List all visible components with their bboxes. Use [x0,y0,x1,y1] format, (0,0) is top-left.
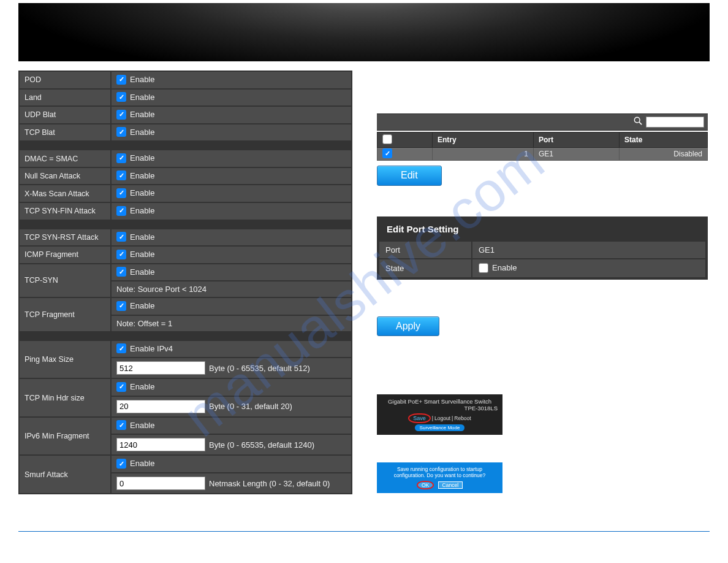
row-label: TCP Blat [20,124,110,141]
footer-divider [18,531,710,532]
checkbox[interactable] [116,153,126,163]
enable-text: Enable IPv4 [130,344,173,353]
row-label: TCP Fragment [20,298,110,331]
checkbox[interactable] [116,75,126,85]
ping-max-input[interactable] [116,361,205,375]
edit-port-panel: Edit Port Setting Port GE1 State Enable [377,216,708,280]
search-icon[interactable] [634,117,642,128]
enable-text: Enable [130,232,154,242]
state-enable-text: Enable [492,263,517,272]
hint-text: Byte (0 - 65535, default 512) [209,364,310,373]
checkbox[interactable] [116,206,126,216]
thumb-mode: Surveillance Mode [415,424,465,431]
enable-text: Enable [130,110,154,119]
dos-settings-table: PODEnable LandEnable UDP BlatEnable TCP … [18,71,352,494]
state-checkbox[interactable] [479,263,488,273]
search-row [377,113,708,131]
checkbox[interactable] [116,301,126,311]
thumb-reboot: Reboot [454,415,471,421]
enable-text: Enable [130,75,154,84]
state-label: State [379,259,471,277]
checkbox[interactable] [116,188,126,198]
row-label: TCP SYN-FIN Attack [20,203,110,220]
checkbox[interactable] [116,250,126,259]
enable-text: Enable [130,301,154,310]
port-label: Port [379,242,471,258]
col-entry: Entry [433,132,534,148]
enable-text: Enable [130,171,154,180]
search-input[interactable] [646,117,704,128]
checkbox[interactable] [116,127,126,137]
thumb-title: Gigabit PoE+ Smart Surveillance Switch [382,398,498,405]
checkbox[interactable] [116,343,126,353]
port-value: GE1 [472,242,705,258]
tcp-min-hdr-input[interactable] [116,400,205,413]
table-row[interactable]: 1 GE1 Disabled [377,148,708,161]
col-port: Port [534,132,620,148]
row-label: TCP Min Hdr size [20,379,110,416]
checkbox[interactable] [116,382,126,392]
hint-text: Byte (0 - 65535, default 1240) [209,440,314,450]
svg-line-1 [639,122,642,124]
checkbox[interactable] [116,92,126,102]
thumb-save: Save [408,413,431,423]
prompt-ok: OK [417,481,434,489]
row-label: Ping Max Size [20,341,110,378]
thumb-logout: Logout [434,415,450,421]
enable-text: Enable [130,188,154,197]
row-label: Smurf Attack [20,456,110,493]
row-label: ICMP Fragment [20,247,110,263]
checkbox[interactable] [116,459,126,469]
row-checkbox[interactable] [382,148,392,158]
prompt-text: Save running configuration to startup co… [382,466,498,478]
checkbox[interactable] [116,232,126,242]
hint-text: Netmask Length (0 - 32, default 0) [209,479,330,488]
header-banner [18,3,710,61]
row-label: IPv6 Min Fragment [20,418,110,455]
row-label: TCP-SYN [20,264,110,297]
hint-text: Byte (0 - 31, default 20) [209,402,292,411]
cell-port: GE1 [534,148,620,161]
select-all-checkbox[interactable] [382,134,392,144]
cell-entry: 1 [433,148,534,161]
note-text: Note: Source Port < 1024 [112,282,351,297]
row-label: UDP Blat [20,107,110,123]
row-label: POD [20,72,110,88]
row-label: Null Scan Attack [20,168,110,185]
save-prompt: Save running configuration to startup co… [377,462,502,493]
enable-text: Enable [130,421,154,430]
enable-text: Enable [130,93,154,102]
edit-button[interactable]: Edit [377,166,442,186]
row-label: DMAC = SMAC [20,150,110,167]
ipv6-min-frag-input[interactable] [116,438,205,451]
row-label: TCP SYN-RST Attack [20,229,110,246]
panel-title: Edit Port Setting [378,218,707,240]
enable-text: Enable [130,250,154,259]
svg-point-0 [634,117,640,123]
row-label: X-Mas Scan Attack [20,185,110,202]
enable-text: Enable [130,267,154,277]
checkbox[interactable] [116,170,126,180]
row-label: Land [20,90,110,106]
checkbox[interactable] [116,110,126,120]
col-state: State [620,132,708,148]
prompt-cancel: Cancel [438,481,463,489]
port-table: Entry Port State 1 GE1 Disabled [377,132,708,161]
enable-text: Enable [130,459,154,468]
smurf-input[interactable] [116,477,205,490]
checkbox[interactable] [116,267,126,277]
enable-text: Enable [130,206,154,215]
switch-thumbnail: Gigabit PoE+ Smart Surveillance Switch T… [377,394,502,435]
enable-text: Enable [130,382,154,391]
cell-state: Disabled [620,148,708,161]
enable-text: Enable [130,153,154,163]
checkbox[interactable] [116,420,126,430]
thumb-model: TPE-3018LS [382,405,498,412]
apply-button[interactable]: Apply [377,316,439,336]
enable-text: Enable [130,128,154,137]
note-text: Note: Offset = 1 [112,316,351,331]
